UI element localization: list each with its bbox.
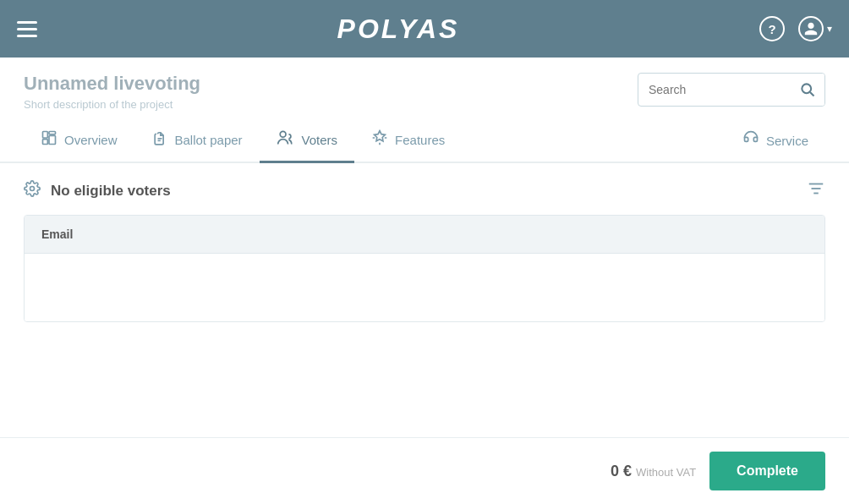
header: POLYAS ? ▾: [0, 0, 849, 58]
vat-info: 0 € Without VAT: [611, 463, 696, 480]
tab-overview[interactable]: Overview: [24, 119, 134, 163]
svg-line-1: [810, 92, 814, 96]
tab-features[interactable]: Features: [354, 119, 462, 163]
ballot-paper-icon: [151, 129, 168, 151]
tabs-nav: Overview Ballot paper: [0, 119, 849, 163]
voters-header: No eligible voters: [24, 180, 825, 201]
user-menu-button[interactable]: ▾: [798, 16, 832, 41]
overview-icon: [41, 129, 58, 151]
settings-icon: [24, 180, 41, 201]
search-icon: [799, 81, 816, 98]
table-body: [25, 254, 824, 321]
voters-title-row: No eligible voters: [24, 180, 171, 201]
vat-amount: 0 €: [611, 463, 636, 479]
search-button[interactable]: [791, 74, 824, 106]
app-logo: POLYAS: [337, 14, 460, 45]
svg-rect-5: [49, 136, 56, 145]
header-right: ? ▾: [759, 16, 832, 41]
user-menu-chevron-icon: ▾: [827, 23, 832, 35]
voters-table: Email: [24, 215, 825, 322]
svg-rect-4: [49, 132, 56, 134]
tab-ballot-paper[interactable]: Ballot paper: [134, 119, 260, 163]
project-info: Unnamed livevoting Short description of …: [24, 73, 200, 111]
svg-rect-2: [43, 132, 48, 139]
svg-rect-3: [43, 140, 48, 145]
footer: 0 € Without VAT Complete: [0, 437, 849, 504]
voters-icon: [277, 129, 295, 151]
filter-icon[interactable]: [807, 180, 825, 201]
vat-label: Without VAT: [636, 466, 696, 479]
complete-button[interactable]: Complete: [709, 452, 825, 490]
search-container: [638, 73, 825, 107]
table-column-email: Email: [25, 216, 824, 254]
search-input[interactable]: [638, 83, 791, 96]
menu-button[interactable]: [17, 21, 37, 37]
help-button[interactable]: ?: [759, 16, 785, 41]
features-icon: [371, 129, 388, 151]
tab-ballot-paper-label: Ballot paper: [175, 133, 243, 147]
tab-voters-label: Voters: [302, 133, 338, 147]
voters-section-title: No eligible voters: [51, 183, 171, 200]
tab-service[interactable]: Service: [726, 120, 825, 162]
tab-overview-label: Overview: [64, 133, 118, 147]
service-icon: [742, 130, 759, 151]
project-description: Short description of the project: [24, 98, 200, 111]
svg-point-0: [802, 84, 811, 93]
top-bar: Unnamed livevoting Short description of …: [0, 58, 849, 111]
tab-voters[interactable]: Voters: [260, 119, 355, 163]
page-content: Unnamed livevoting Short description of …: [0, 58, 849, 504]
main-content: No eligible voters Email: [0, 163, 849, 339]
project-title: Unnamed livevoting: [24, 73, 200, 95]
user-avatar-icon: [798, 16, 824, 41]
svg-point-8: [30, 187, 35, 191]
tab-service-label: Service: [766, 134, 808, 148]
tab-features-label: Features: [395, 133, 445, 147]
